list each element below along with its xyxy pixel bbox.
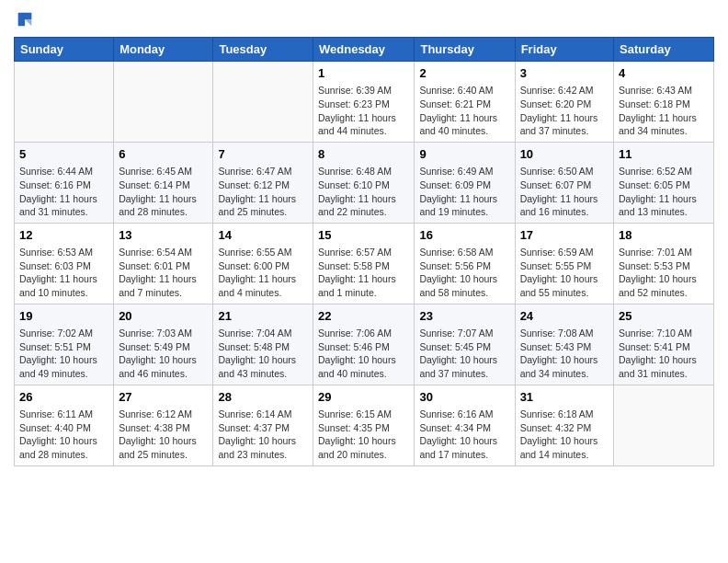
day-info: Sunrise: 6:11 AMSunset: 4:40 PMDaylight:… [19,408,108,462]
day-number: 24 [520,308,609,325]
calendar-cell: 12Sunrise: 6:53 AMSunset: 6:03 PMDayligh… [15,223,114,304]
calendar-cell: 27Sunrise: 6:12 AMSunset: 4:38 PMDayligh… [114,385,213,465]
calendar-cell: 13Sunrise: 6:54 AMSunset: 6:01 PMDayligh… [114,223,213,304]
logo [14,9,37,29]
weekday-header-monday: Monday [114,38,213,62]
day-info: Sunrise: 7:03 AMSunset: 5:49 PMDaylight:… [119,327,208,381]
day-number: 26 [19,389,108,406]
day-number: 17 [520,227,609,244]
day-info: Sunrise: 7:01 AMSunset: 5:53 PMDaylight:… [619,246,709,300]
day-number: 1 [318,65,409,82]
calendar-cell: 16Sunrise: 6:58 AMSunset: 5:56 PMDayligh… [415,223,515,304]
day-info: Sunrise: 6:12 AMSunset: 4:38 PMDaylight:… [119,408,208,462]
weekday-header-wednesday: Wednesday [313,38,415,62]
calendar-cell: 5Sunrise: 6:44 AMSunset: 6:16 PMDaylight… [15,142,114,223]
calendar-cell: 18Sunrise: 7:01 AMSunset: 5:53 PMDayligh… [614,223,714,304]
day-info: Sunrise: 6:18 AMSunset: 4:32 PMDaylight:… [520,408,609,462]
calendar-cell: 30Sunrise: 6:16 AMSunset: 4:34 PMDayligh… [415,385,515,465]
day-info: Sunrise: 6:59 AMSunset: 5:55 PMDaylight:… [520,246,609,300]
day-info: Sunrise: 6:50 AMSunset: 6:07 PMDaylight:… [520,165,609,219]
day-number: 4 [619,65,709,82]
calendar-cell: 26Sunrise: 6:11 AMSunset: 4:40 PMDayligh… [15,385,114,465]
day-number: 30 [419,389,509,406]
calendar-cell: 9Sunrise: 6:49 AMSunset: 6:09 PMDaylight… [415,142,515,223]
calendar-cell: 14Sunrise: 6:55 AMSunset: 6:00 PMDayligh… [213,223,313,304]
day-info: Sunrise: 6:49 AMSunset: 6:09 PMDaylight:… [419,165,509,219]
day-number: 18 [619,227,709,244]
calendar-cell: 3Sunrise: 6:42 AMSunset: 6:20 PMDaylight… [515,62,613,143]
day-number: 7 [218,146,308,163]
day-number: 16 [419,227,509,244]
day-number: 9 [419,146,509,163]
weekday-header-tuesday: Tuesday [213,38,313,62]
day-number: 21 [218,308,308,325]
day-info: Sunrise: 6:54 AMSunset: 6:01 PMDaylight:… [119,246,208,300]
logo-icon [15,9,35,29]
day-info: Sunrise: 6:47 AMSunset: 6:12 PMDaylight:… [218,165,308,219]
day-number: 15 [318,227,409,244]
calendar-cell: 15Sunrise: 6:57 AMSunset: 5:58 PMDayligh… [313,223,415,304]
day-info: Sunrise: 6:52 AMSunset: 6:05 PMDaylight:… [619,165,709,219]
calendar-cell: 25Sunrise: 7:10 AMSunset: 5:41 PMDayligh… [614,304,714,385]
calendar-cell: 24Sunrise: 7:08 AMSunset: 5:43 PMDayligh… [515,304,613,385]
day-number: 2 [419,65,509,82]
day-info: Sunrise: 6:43 AMSunset: 6:18 PMDaylight:… [619,84,709,138]
day-info: Sunrise: 6:15 AMSunset: 4:35 PMDaylight:… [318,408,409,462]
calendar-cell: 23Sunrise: 7:07 AMSunset: 5:45 PMDayligh… [415,304,515,385]
calendar-cell: 22Sunrise: 7:06 AMSunset: 5:46 PMDayligh… [313,304,415,385]
day-number: 23 [419,308,509,325]
calendar-cell: 19Sunrise: 7:02 AMSunset: 5:51 PMDayligh… [15,304,114,385]
day-number: 13 [119,227,208,244]
day-info: Sunrise: 7:07 AMSunset: 5:45 PMDaylight:… [419,327,509,381]
calendar-cell: 2Sunrise: 6:40 AMSunset: 6:21 PMDaylight… [415,62,515,143]
calendar-cell: 17Sunrise: 6:59 AMSunset: 5:55 PMDayligh… [515,223,613,304]
calendar-cell: 28Sunrise: 6:14 AMSunset: 4:37 PMDayligh… [213,385,313,465]
calendar-table: SundayMondayTuesdayWednesdayThursdayFrid… [14,37,714,466]
calendar-cell [213,62,313,143]
day-number: 5 [19,146,108,163]
calendar-cell: 7Sunrise: 6:47 AMSunset: 6:12 PMDaylight… [213,142,313,223]
day-number: 31 [520,389,609,406]
day-info: Sunrise: 6:58 AMSunset: 5:56 PMDaylight:… [419,246,509,300]
svg-marker-1 [25,19,31,26]
calendar-cell: 29Sunrise: 6:15 AMSunset: 4:35 PMDayligh… [313,385,415,465]
day-number: 10 [520,146,609,163]
day-info: Sunrise: 7:06 AMSunset: 5:46 PMDaylight:… [318,327,409,381]
day-number: 20 [119,308,208,325]
day-info: Sunrise: 6:42 AMSunset: 6:20 PMDaylight:… [520,84,609,138]
day-info: Sunrise: 7:08 AMSunset: 5:43 PMDaylight:… [520,327,609,381]
weekday-header-friday: Friday [515,38,613,62]
calendar-cell: 10Sunrise: 6:50 AMSunset: 6:07 PMDayligh… [515,142,613,223]
day-info: Sunrise: 6:45 AMSunset: 6:14 PMDaylight:… [119,165,208,219]
day-number: 11 [619,146,709,163]
calendar-cell [614,385,714,465]
calendar-cell [15,62,114,143]
calendar-cell: 8Sunrise: 6:48 AMSunset: 6:10 PMDaylight… [313,142,415,223]
calendar-cell: 31Sunrise: 6:18 AMSunset: 4:32 PMDayligh… [515,385,613,465]
day-number: 14 [218,227,308,244]
day-number: 6 [119,146,208,163]
day-number: 8 [318,146,409,163]
day-number: 25 [619,308,709,325]
day-info: Sunrise: 6:53 AMSunset: 6:03 PMDaylight:… [19,246,108,300]
day-info: Sunrise: 7:02 AMSunset: 5:51 PMDaylight:… [19,327,108,381]
day-info: Sunrise: 7:04 AMSunset: 5:48 PMDaylight:… [218,327,308,381]
day-info: Sunrise: 6:48 AMSunset: 6:10 PMDaylight:… [318,165,409,219]
calendar-cell [114,62,213,143]
calendar-cell: 21Sunrise: 7:04 AMSunset: 5:48 PMDayligh… [213,304,313,385]
weekday-header-thursday: Thursday [415,38,515,62]
calendar-cell: 11Sunrise: 6:52 AMSunset: 6:05 PMDayligh… [614,142,714,223]
header [14,9,714,29]
day-info: Sunrise: 6:14 AMSunset: 4:37 PMDaylight:… [218,408,308,462]
day-number: 22 [318,308,409,325]
weekday-header-saturday: Saturday [614,38,714,62]
day-number: 19 [19,308,108,325]
page: SundayMondayTuesdayWednesdayThursdayFrid… [0,0,728,480]
day-info: Sunrise: 7:10 AMSunset: 5:41 PMDaylight:… [619,327,709,381]
day-number: 3 [520,65,609,82]
day-info: Sunrise: 6:40 AMSunset: 6:21 PMDaylight:… [419,84,509,138]
day-number: 29 [318,389,409,406]
calendar-cell: 4Sunrise: 6:43 AMSunset: 6:18 PMDaylight… [614,62,714,143]
day-info: Sunrise: 6:44 AMSunset: 6:16 PMDaylight:… [19,165,108,219]
weekday-header-sunday: Sunday [15,38,114,62]
